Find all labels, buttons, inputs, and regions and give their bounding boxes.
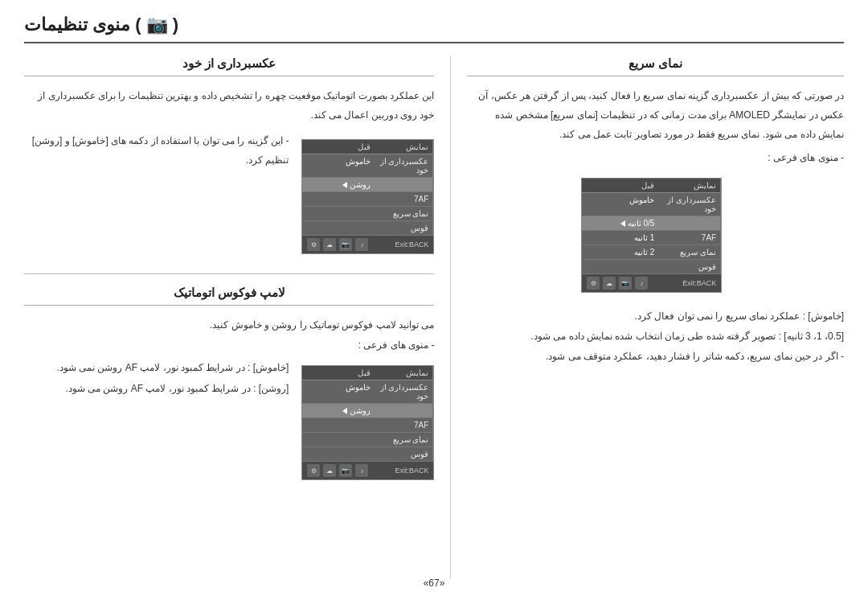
left-section-title: نمای سریع: [467, 56, 844, 76]
bottom-submenu-label: - منوی های فرعی :: [24, 339, 434, 351]
menu-col1-label: نمایش: [658, 179, 721, 192]
cell-label-5: قوس: [658, 260, 721, 273]
cell-label-1: عکسبرداری از خود: [658, 193, 721, 216]
rt-cell-l3: 7AF: [375, 192, 433, 206]
left-column: نمای سریع در صورتی که بیش از عکسبرداری گ…: [450, 56, 844, 579]
main-content: نمای سریع در صورتی که بیش از عکسبرداری گ…: [24, 56, 844, 579]
rb-exit: Exit:BACK: [395, 466, 428, 475]
rb-cell-v5: [302, 447, 375, 461]
menu-row-2: 0/5 ثانیه: [582, 216, 721, 231]
icon-camera: 📷: [619, 277, 632, 290]
left-submenu-label: - منوی های فرعی :: [467, 152, 844, 163]
right-top-intro: این عملکرد بصورت اتوماتیک موقعیت چهره را…: [24, 86, 434, 125]
bullet-off: [خاموش] : عملکرد نمای سریع را نمی توان ف…: [467, 307, 844, 326]
icon-cloud: ☁: [603, 277, 616, 290]
right-top-menu: نمایش قبل عکسبرداری از خود خاموش روشن: [301, 139, 434, 254]
rb-icon-camera: 📷: [339, 464, 352, 477]
menu-row-5: قوس: [582, 260, 721, 274]
rt-row-2: روشن: [302, 178, 433, 192]
footer-icons: ♪ 📷 ☁ ⚙: [587, 277, 648, 290]
rb-cell-l2: [375, 404, 433, 417]
rb-icon-cloud: ☁: [323, 464, 336, 477]
rb-row-5: قوس: [302, 447, 433, 462]
rb-row-3: 7AF: [302, 418, 433, 433]
rt-cell-l4: نمای سریع: [375, 207, 433, 220]
cell-val-1: خاموش: [582, 193, 658, 216]
rt-row-1: عکسبرداری از خود خاموش: [302, 154, 433, 178]
page-number: «67»: [424, 577, 445, 589]
rb-cell-v1: خاموش: [302, 380, 375, 403]
rt-cell-l5: قوس: [375, 221, 433, 235]
header-icon: ( 📷 ): [135, 14, 178, 35]
rt-bullet-setting: - این گزینه را می توان با استفاده از دکم…: [24, 131, 289, 170]
right-bottom-menu: نمایش قبل عکسبرداری از خود خاموش روشن: [301, 365, 434, 480]
right-top-content: نمایش قبل عکسبرداری از خود خاموش روشن: [24, 131, 434, 262]
bottom-bullet-on: [روشن] : در شرایط کمبود نور، لامپ AF روش…: [24, 378, 289, 399]
cell-label-3: 7AF: [658, 231, 721, 245]
rb-col2: قبل: [302, 366, 375, 380]
menu-col2-label: قبل: [582, 179, 658, 192]
rb-cell-v2: روشن: [302, 404, 375, 417]
rt-cell-l1: عکسبرداری از خود: [375, 154, 433, 177]
bullet-time: [0.5، 1، 3 ثانیه] : تصویر گرفته شده طی ز…: [467, 327, 844, 346]
rb-cell-l4: نمای سریع: [375, 433, 433, 446]
cell-label-4: نمای سریع: [658, 245, 721, 259]
rt-row-3: 7AF: [302, 192, 433, 207]
bottom-bullet-off: [خاموش] : در شرایط کمبود نور، لامپ AF رو…: [24, 357, 289, 378]
menu-row-4: نمای سریع 2 ثانیه: [582, 245, 721, 260]
cell-val-4: 2 ثانیه: [582, 245, 658, 259]
section-divider: [24, 273, 434, 274]
rt-icon-camera: 📷: [339, 238, 352, 251]
menu-row-1: عکسبرداری از خود خاموش: [582, 193, 721, 216]
icon-music: ♪: [635, 277, 648, 290]
rb-col1: نمایش: [375, 366, 433, 380]
bullet-note: - اگر در حین نمای سریع، دکمه شاتر را فشا…: [467, 347, 844, 366]
rt-cell-v1: خاموش: [302, 154, 375, 177]
rt-cell-v5: [302, 221, 375, 235]
rb-row-1: عکسبرداری از خود خاموش: [302, 380, 433, 404]
page-container: ( 📷 ) منوی تنظیمات نمای سریع در صورتی که…: [0, 0, 868, 600]
rt-exit: Exit:BACK: [395, 240, 428, 249]
menu-header-rt: نمایش قبل: [302, 140, 433, 154]
cell-val-2: 0/5 ثانیه: [582, 216, 658, 230]
rb-cell-l5: قوس: [375, 447, 433, 461]
rb-cell-l1: عکسبرداری از خود: [375, 380, 433, 403]
page-header: ( 📷 ) منوی تنظیمات: [24, 14, 844, 43]
rt-cell-v4: [302, 207, 375, 220]
menu-header: نمایش قبل: [582, 179, 721, 193]
rb-icon-music: ♪: [355, 464, 368, 477]
rt-icons: ♪ 📷 ☁ ⚙: [307, 238, 368, 251]
rb-cell-l3: 7AF: [375, 418, 433, 432]
right-column: عکسبرداری از خود این عملکرد بصورت اتومات…: [24, 56, 450, 579]
rb-icon-gear: ⚙: [307, 464, 320, 477]
rt-icon-music: ♪: [355, 238, 368, 251]
right-bottom-title: لامپ فوکوس اتوماتیک: [24, 286, 434, 306]
right-top-section: عکسبرداری از خود این عملکرد بصورت اتومات…: [24, 56, 434, 262]
exit-label: Exit:BACK: [682, 279, 716, 287]
rb-row-4: نمای سریع: [302, 433, 433, 447]
bottom-bullets: [خاموش] : در شرایط کمبود نور، لامپ AF رو…: [24, 357, 289, 400]
left-bullets: [خاموش] : عملکرد نمای سریع را نمی توان ف…: [467, 307, 844, 365]
rt-col1: نمایش: [375, 140, 433, 154]
menu-footer: Exit:BACK ♪ 📷 ☁ ⚙: [582, 274, 721, 292]
left-intro-text: در صورتی که بیش از عکسبرداری گزینه نمای …: [467, 86, 844, 144]
left-menu-mockup: نمایش قبل عکسبرداری از خود خاموش 0/5 ثان…: [581, 178, 722, 293]
cell-val-3: 1 ثانیه: [582, 231, 658, 245]
rb-cell-v4: [302, 433, 375, 446]
right-bottom-content: نمایش قبل عکسبرداری از خود خاموش روشن: [24, 357, 434, 488]
rt-cell-v3: [302, 192, 375, 206]
menu-row-3: 7AF 1 ثانیه: [582, 231, 721, 245]
rt-row-5: قوس: [302, 221, 433, 236]
page-title: ( 📷 ) منوی تنظیمات: [24, 14, 178, 35]
rb-row-2: روشن: [302, 404, 433, 418]
cell-label-2: [658, 216, 721, 230]
rt-cell-l2: [375, 178, 433, 191]
rt-col2: قبل: [302, 140, 375, 154]
header-title: منوی تنظیمات: [24, 14, 130, 35]
icon-gear: ⚙: [587, 277, 600, 290]
rt-icon-cloud: ☁: [323, 238, 336, 251]
cell-val-5: [582, 260, 658, 273]
right-bottom-intro: می توانید لامپ فوکوس توماتیک را روشن و خ…: [24, 315, 434, 335]
rb-footer: Exit:BACK ♪ 📷 ☁ ⚙: [302, 462, 433, 479]
menu-header-rb: نمایش قبل: [302, 366, 433, 380]
